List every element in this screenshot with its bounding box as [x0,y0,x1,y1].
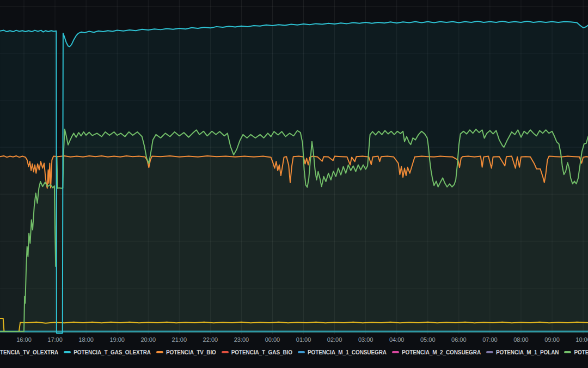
legend-swatch [486,351,493,353]
legend-swatch [298,351,305,353]
legend-swatch [564,351,571,353]
legend-item[interactable]: POTENCIA_M_2_CONSUEGRA [392,349,481,355]
legend-swatch [156,351,163,353]
x-axis-label: 08:00 [507,336,535,343]
legend-item[interactable]: POTENCIA_T_GAS_OLEXTRA [64,349,151,355]
x-axis-label: 22:00 [197,336,224,343]
x-axis-label: 23:00 [228,336,255,343]
legend-item[interactable]: POTENCIA_M_1_CONSUEGRA [298,349,387,355]
x-axis-label: 17:00 [41,336,69,343]
legend-label: POTENCIA_M_1_POLAN [496,349,559,355]
legend-item[interactable]: POTENCIA_TV_BIO [156,349,216,355]
legend-label: POTENCIA_T_GAS_OLEXTRA [74,349,151,355]
legend-item[interactable]: POTENCIA_T_GAS_BIO [222,349,292,355]
legend-label: POTENCIA_T_GAS_BIO [231,349,292,355]
x-axis-label: 19:00 [103,336,131,343]
x-axis-label: 03:00 [352,336,379,343]
x-axis-label: 01:00 [290,336,317,343]
x-axis-label: 09:00 [538,336,566,343]
x-axis: 16:0017:0018:0019:0020:0021:0022:0023:00… [0,334,588,347]
x-axis-label: 00:00 [259,336,286,343]
legend-swatch [392,351,399,353]
x-axis-label: 21:00 [166,336,193,343]
legend-item[interactable]: POTENCIA_M_2_POLAN [564,349,588,355]
x-axis-label: 05:00 [414,336,442,343]
legend-label: POTENCIA_M_2_POLAN [574,349,588,355]
x-axis-label: 10:00 [569,336,588,343]
time-series-panel: 16:0017:0018:0019:0020:0021:0022:0023:00… [0,0,588,368]
x-axis-label: 07:00 [476,336,504,343]
legend-swatch [222,351,229,353]
legend-label: POTENCIA_M_2_CONSUEGRA [402,349,481,355]
legend-item[interactable]: POTENCIA_M_1_POLAN [486,349,559,355]
x-axis-label: 20:00 [134,336,162,343]
x-axis-label: 06:00 [445,336,473,343]
x-axis-label: 18:00 [72,336,100,343]
legend-label: POTENCIA_TV_BIO [166,349,216,355]
legend-label: TENCIA_TV_OLEXTRA [0,349,58,355]
legend-item[interactable]: TENCIA_TV_OLEXTRA [0,349,58,355]
legend-label: POTENCIA_M_1_CONSUEGRA [308,349,387,355]
chart-canvas[interactable] [0,0,588,334]
x-axis-label: 02:00 [321,336,348,343]
x-axis-label: 16:00 [10,336,38,343]
legend: TENCIA_TV_OLEXTRAPOTENCIA_T_GAS_OLEXTRAP… [0,347,588,358]
legend-swatch [64,351,71,353]
chart-plot-area[interactable] [0,0,588,334]
x-axis-label: 04:00 [383,336,411,343]
